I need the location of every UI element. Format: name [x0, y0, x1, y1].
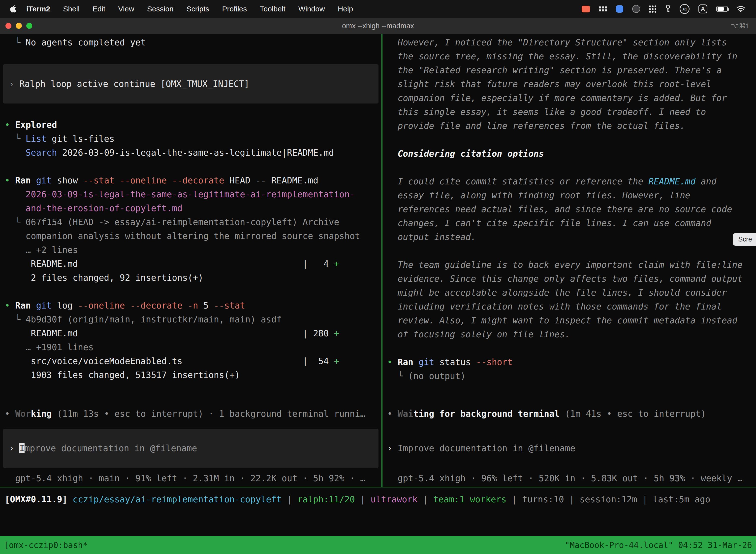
model-status-line: gpt-5.4 xhigh · main · 91% left · 2.31M …: [0, 472, 381, 485]
text-run: +: [334, 356, 339, 366]
terminal-line: However, I noticed the "Directory Struct…: [382, 36, 756, 49]
text-run: [5, 189, 25, 199]
text-run: [OMX#0.11.9]: [5, 494, 73, 504]
window-title-bar[interactable]: omx --xhigh --madmax ⌥⌘1: [0, 18, 756, 34]
terminal-line: └ (no output): [382, 369, 756, 383]
zoom-button[interactable]: [26, 23, 32, 29]
text-run: and-the-erosion-of-copyleft.md: [25, 203, 182, 213]
thinking-output: However, I noticed the "Directory Struct…: [382, 36, 756, 383]
terminal-line: companion file, especially if more comme…: [382, 91, 756, 105]
terminal-line: gpt-5.4 xhigh · 96% left · 520K in · 5.8…: [382, 472, 756, 485]
text-run: List: [25, 134, 52, 144]
text-run: +: [334, 328, 339, 338]
text-run: The team guideline is to back every impo…: [387, 260, 743, 270]
terminal-line: the "Related research writing" section i…: [382, 63, 756, 77]
text-run: git: [36, 300, 57, 311]
text-run: |: [355, 494, 371, 504]
menu-item-help[interactable]: Help: [331, 5, 360, 13]
terminal-line: evidence. Since this change only affects…: [382, 272, 756, 286]
terminal-line: 2026-03-09-is-legal-the-same-as-legitima…: [0, 187, 381, 201]
menu-items: iTerm2ShellEditViewSessionScriptsProfile…: [20, 5, 359, 13]
text-run: of focusing solely on file lines.: [387, 329, 570, 339]
terminal-window: └ No agents completed yet › Ralph loop a…: [0, 34, 756, 487]
text-run: | 280: [303, 328, 334, 338]
text-run: |: [282, 494, 297, 504]
text-run: this single essay, it seems like a good …: [387, 107, 706, 117]
menu-item-window[interactable]: Window: [292, 5, 331, 13]
battery-icon[interactable]: [716, 6, 728, 12]
raycast-icon[interactable]: [616, 5, 623, 13]
text-run: └: [5, 217, 25, 227]
text-run: --short: [476, 357, 513, 367]
terminal-line: src/voice/voiceModeEnabled.ts | 54 +: [0, 354, 381, 368]
left-pane-footer: • Working (11m 13s • esc to interrupt) ·…: [0, 407, 381, 487]
text-run: 2026-03-09-is-legal-the-same-as-legitima…: [62, 148, 334, 158]
text-run: README.md: [5, 328, 78, 338]
menu-item-toolbelt[interactable]: Toolbelt: [253, 5, 292, 13]
text-run: └: [387, 371, 408, 381]
text-run: --oneline --decorate: [78, 300, 188, 311]
text-run: No agents completed yet: [25, 38, 146, 47]
minimize-button[interactable]: [16, 23, 22, 29]
text-run: evidence. Since this change only affects…: [387, 274, 743, 284]
menu-item-iterm2[interactable]: iTerm2: [20, 5, 57, 13]
right-terminal-pane[interactable]: However, I noticed the "Directory Struct…: [382, 34, 756, 487]
text-run: | 54: [303, 356, 334, 366]
terminal-line: └ No agents completed yet: [0, 36, 381, 49]
text-run: ting for background terminal: [413, 409, 560, 419]
prompt-input-right[interactable]: › Improve documentation in @filename: [382, 429, 756, 468]
tmux-status-bar: [omx-cczip0:bash* "MacBook-Pro-44.local"…: [0, 536, 756, 554]
text-run: the "Related research writing" section i…: [387, 65, 722, 75]
menu-item-view[interactable]: View: [112, 5, 141, 13]
screen-recording-indicator[interactable]: [582, 6, 590, 12]
menu-item-scripts[interactable]: Scripts: [180, 5, 216, 13]
battery-gauge-icon[interactable]: .61: [680, 4, 690, 14]
screen-sharing-overlay[interactable]: Scre: [733, 233, 756, 246]
text-run: 4b9d30f (origin/main, instructkr/main, m…: [25, 315, 282, 324]
text-run: --stat: [214, 300, 245, 311]
text-run: the source tree, missing the essay. Stil…: [387, 51, 737, 61]
text-run: 1903 files changed, 513517 insertions(+): [5, 370, 240, 380]
text-run: +: [334, 259, 339, 269]
wifi-icon[interactable]: [737, 6, 745, 12]
menu-item-profiles[interactable]: Profiles: [215, 5, 253, 13]
text-run: (1m 41s • esc to interrupt): [560, 409, 706, 419]
text-run: •: [5, 120, 15, 130]
waiting-status: • Waiting for background terminal (1m 41…: [382, 407, 756, 421]
input-source-icon[interactable]: A: [698, 4, 707, 13]
menu-bar: iTerm2ShellEditViewSessionScriptsProfile…: [0, 0, 756, 18]
text-run: └: [5, 134, 25, 144]
apple-menu[interactable]: [9, 5, 17, 13]
menu-item-edit[interactable]: Edit: [86, 5, 112, 13]
terminal-line: • Ran git status --short: [382, 355, 756, 369]
terminal-line: I could cite commit statistics or refere…: [382, 174, 756, 188]
terminal-line: [0, 285, 381, 298]
dark-app-icon[interactable]: [632, 5, 640, 13]
close-button[interactable]: [5, 23, 11, 29]
tmux-session-info: [omx-cczip0:bash*: [4, 540, 88, 550]
app-grid-icon[interactable]: [649, 5, 656, 13]
text-run: src/voice/voiceModeEnabled.ts: [5, 356, 182, 366]
text-run: •: [5, 300, 15, 311]
menu-item-shell[interactable]: Shell: [57, 5, 86, 13]
cursor: I: [19, 443, 24, 453]
menu-item-session[interactable]: Session: [141, 5, 180, 13]
agent-status-line: └ No agents completed yet: [0, 36, 381, 49]
keyboard-layout-icon[interactable]: [599, 6, 607, 11]
prompt-input[interactable]: › Improve documentation in @filename: [3, 429, 378, 468]
terminal-line: of focusing solely on file lines.: [382, 327, 756, 341]
text-run: changes, I can't cite specific file line…: [387, 218, 711, 228]
text-run: review. Also, I might want to inspect th…: [387, 316, 737, 325]
terminal-line: provide file and line references from th…: [382, 119, 756, 133]
left-terminal-pane[interactable]: └ No agents completed yet › Ralph loop a…: [0, 34, 381, 487]
text-run: essay file, along with finding root file…: [387, 190, 690, 200]
password-key-icon[interactable]: [665, 5, 671, 13]
text-run: gpt-5.4 xhigh · 96% left · 520K in · 5.8…: [387, 473, 743, 483]
text-run: ralph:11/20: [297, 494, 355, 504]
text-run: turns:10: [522, 494, 564, 504]
text-run: Wor: [15, 409, 31, 419]
terminal-line: review. Also, I might want to inspect th…: [382, 314, 756, 327]
terminal-line: [382, 244, 756, 258]
text-run: output instead.: [387, 232, 476, 242]
terminal-line: › Improve documentation in @filename: [382, 441, 756, 455]
